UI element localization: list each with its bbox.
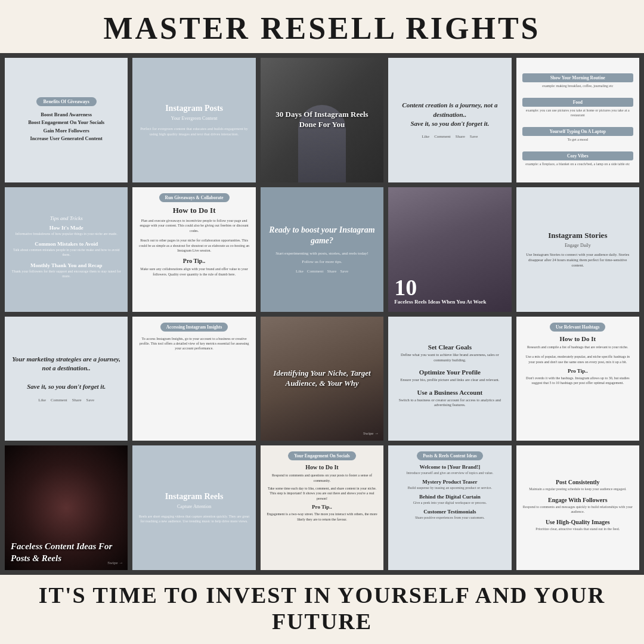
- posts-reels-pill: Posts & Reels Content Ideas: [417, 451, 482, 460]
- food-desc: example: you can use pictures you take a…: [522, 109, 633, 118]
- goals-item2-header: Optimize Your Profile: [395, 369, 504, 376]
- posts-item4-text: Share positive experiences from your cus…: [415, 516, 485, 521]
- giveaways-pro-tip: Pro Tip..: [138, 258, 249, 264]
- posts-item3-text: Give a peek into your digital workspace …: [413, 501, 487, 506]
- cell-posts-reels-ideas: Posts & Reels Content Ideas Welcome to […: [388, 445, 511, 570]
- niche-swipe-tag: Swipe →: [363, 431, 379, 436]
- giveaways-pill: Run Giveaways & Collaborate: [159, 193, 230, 202]
- header-title: MASTER RESELL RIGHTS: [6, 11, 638, 46]
- engagement-pill: Your Engagement On Socials: [288, 451, 355, 460]
- cell-ready-boost: Ready to boost your Instagram game? Star…: [261, 187, 383, 312]
- consistently-item3-header: Use High-Quality Images: [522, 519, 633, 525]
- boost-main-text: Ready to boost your Instagram game?: [268, 225, 376, 246]
- cell-marketing-quote: Your marketing strategies are a journey,…: [5, 317, 128, 441]
- cell-hashtags: Use Relevant Hashtags How to Do It Resea…: [516, 317, 639, 441]
- hashtags-pro-tip: Pro Tip..: [568, 368, 588, 374]
- faceless-overlay: Faceless Content Ideas For Posts & Reels: [5, 535, 128, 570]
- boost-like: Like: [296, 269, 304, 274]
- reels-number: 10: [394, 276, 486, 299]
- posts-item1-title: Welcome to [Your Brand!]: [420, 464, 481, 470]
- goals-item3-text: Switch to a business or creator account …: [395, 398, 504, 408]
- like-action: Like: [422, 134, 429, 139]
- boost-social-row: Like Comment Share Save: [296, 269, 348, 274]
- cozy-desc: example: a fireplace, a blanket on a cou…: [522, 162, 633, 167]
- boost-share: Share: [327, 269, 336, 274]
- cell-identifying-niche: Identifying Your Niche, Target Audience,…: [261, 317, 383, 441]
- cell-instagram-posts: Instagram Posts Your Evergreen Content P…: [132, 58, 255, 182]
- laptop-desc: To get a mood: [522, 138, 633, 143]
- benefit-item-4: Increase User Generated Content: [28, 135, 104, 143]
- goals-item1-text: Define what you want to achieve like bra…: [395, 352, 504, 363]
- social-actions-row: Like Comment Share Save: [422, 134, 478, 139]
- hashtags-pro-text: Don't overdo it with the hashtags. Insta…: [522, 376, 633, 386]
- goals-item1-header: Set Clear Goals: [395, 343, 504, 351]
- instagram-posts-desc: Perfect for evergreen content that educa…: [140, 126, 248, 137]
- tips-item2-text: Talk about common mistakes people in you…: [11, 248, 122, 258]
- benefits-list: Boost Brand Awareness Boost Engagement O…: [28, 111, 104, 143]
- mkt-save: Save: [86, 398, 95, 402]
- consistently-item1-header: Post Consistently: [522, 479, 633, 485]
- marketing-quote-text: Your marketing strategies are a journey,…: [12, 355, 120, 392]
- benefit-item-1: Boost Brand Awareness: [28, 111, 104, 119]
- niche-overlay-text: Identifying Your Niche, Target Audience,…: [261, 363, 383, 395]
- tips-item1-text: Informative breakdowns of how popular th…: [11, 232, 122, 237]
- posts-item3-title: Behind the Digital Curtain: [419, 494, 481, 500]
- boost-sub-text: Start experimenting with posts, stories,…: [275, 251, 369, 256]
- list-item-food: Food example: you can use pictures you t…: [522, 98, 633, 118]
- cell-set-goals: Set Clear Goals Define what you want to …: [388, 317, 511, 441]
- cell-content-creation-quote: Content creation is a journey, not a des…: [388, 58, 511, 182]
- cell-instagram-reels: Instagram Reels Capture Attention Reels …: [132, 445, 255, 570]
- cell-instagram-stories: Instagram Stories Engage Daily Use Insta…: [516, 187, 639, 312]
- save-action: Save: [470, 134, 478, 139]
- mkt-comment: Comment: [51, 398, 67, 402]
- list-item-cozy: Cozy Vibes example: a fireplace, a blank…: [522, 151, 633, 167]
- mkt-like: Like: [38, 398, 46, 402]
- morning-routine-desc: example: making breakfast, coffee, journ…: [522, 84, 633, 89]
- hashtags-pill: Use Relevant Hashtags: [550, 323, 605, 332]
- engagement-body2: Take some time each day to like, comment…: [267, 486, 377, 501]
- posts-item4-title: Customer Testimonials: [423, 509, 476, 515]
- list-item-morning: Show Your Morning Routine example: makin…: [522, 73, 633, 89]
- benefit-item-3: Gain More Followers: [28, 127, 104, 135]
- quote-main: Content creation is a journey, not a des…: [395, 101, 504, 128]
- cell-post-consistently: Post Consistently Maintain a regular pos…: [516, 445, 639, 570]
- tips-item2-header: Common Mistakes to Avoid: [11, 241, 122, 247]
- tips-item1-header: How It's Made: [11, 225, 122, 231]
- stories-body: Use Instagram Stories to connect with yo…: [522, 252, 633, 268]
- instagram-posts-title: Instagram Posts: [165, 104, 223, 113]
- food-title: Food: [522, 98, 633, 107]
- mkt-share: Share: [72, 398, 82, 402]
- boost-follow-text: Follow us for more tips.: [302, 259, 342, 264]
- giveaways-body: Plan and execute giveaways to incentiviz…: [138, 218, 249, 253]
- stories-sub-title: Engage Daily: [565, 243, 591, 248]
- benefit-item-2: Boost Engagement On Your Socials: [28, 119, 104, 127]
- engagement-pro-text: Engagement is a two-way street. The more…: [267, 512, 377, 522]
- instagram-posts-subtitle: Your Evergreen Content: [171, 116, 218, 121]
- footer-title: IT'S TIME TO INVEST IN YOURSELF AND YOUR…: [6, 582, 638, 634]
- giveaways-pro-text: Make sure any collaborations align with …: [138, 267, 249, 277]
- boost-comment: Comment: [307, 269, 324, 274]
- grid-section: Benefits Of Giveaways Boost Brand Awaren…: [0, 53, 644, 575]
- engagement-main-title: How to Do It: [305, 464, 338, 470]
- share-action: Share: [456, 134, 465, 139]
- benefits-pill: Benefits Of Giveaways: [36, 97, 97, 106]
- posts-item2-text: Build suspense by teasing an upcoming pr…: [408, 486, 492, 491]
- 30-days-overlay-text: 30 Days Of Instagram Reels Done For You: [261, 104, 383, 136]
- hashtags-main-title: How to Do It: [559, 335, 596, 342]
- giveaways-main-title: How to Do It: [138, 206, 249, 215]
- consistently-item3-text: Prioritize clear, attractive visuals tha…: [522, 527, 633, 532]
- engagement-body1: Respond to comments and questions on you…: [267, 473, 377, 483]
- goals-item3-header: Use a Business Account: [395, 389, 504, 396]
- cell-engagement: Your Engagement On Socials How to Do It …: [261, 445, 383, 570]
- consistently-item2-header: Engage With Followers: [522, 497, 633, 503]
- cell-tips-tricks: Tips and Tricks How It's Made Informativ…: [5, 187, 128, 312]
- consistently-item1-text: Maintain a regular posting schedule to k…: [522, 487, 633, 492]
- posts-item2-title: Mystery Product Teaser: [422, 479, 477, 485]
- goals-item2-text: Ensure your bio, profile picture and lin…: [395, 377, 504, 382]
- tips-section-title: Tips and Tricks: [11, 215, 122, 221]
- header: MASTER RESELL RIGHTS: [0, 0, 644, 53]
- reels-overlay: 10 Faceless Reels Ideas When You At Work: [388, 270, 492, 312]
- consistently-item2-text: Respond to comments and messages quickly…: [522, 505, 633, 515]
- hashtags-body: Research and compile a list of hashtags …: [522, 345, 633, 365]
- engagement-pro-tip: Pro Tip..: [312, 504, 332, 510]
